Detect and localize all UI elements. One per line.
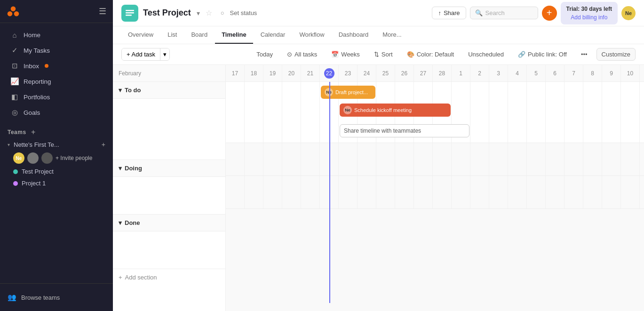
teams-label: Teams — [8, 129, 26, 136]
sort-button[interactable]: ⇅ Sort — [369, 48, 398, 61]
section-header-doing[interactable]: ▾ Doing — [113, 160, 225, 177]
date-row: 17181920212223242526272812345678910 — [226, 65, 644, 82]
project-status-icon[interactable]: ○ — [221, 9, 224, 16]
sidebar-item-inbox[interactable]: ⊡ Inbox — [3, 58, 110, 73]
team-item[interactable]: ▾ Nette's First Te... + — [0, 138, 113, 151]
sidebar-item-my-tasks[interactable]: ✓ My Tasks — [3, 43, 110, 58]
search-box[interactable]: 🔍 Search — [470, 7, 538, 19]
tab-calendar[interactable]: Calendar — [254, 26, 292, 44]
tab-more[interactable]: More... — [376, 26, 408, 44]
doing-collapse-icon: ▾ — [119, 165, 122, 172]
sidebar-bottom: 👥 Browse teams — [0, 283, 113, 311]
add-section-button[interactable]: + Add section — [113, 269, 225, 286]
svg-rect-4 — [126, 12, 134, 14]
team-chevron-icon: ▾ — [8, 142, 10, 147]
tab-workflow[interactable]: Workflow — [293, 26, 331, 44]
sidebar-item-inbox-label: Inbox — [24, 63, 39, 70]
tab-list[interactable]: List — [161, 26, 183, 44]
grid-cell-done-cells-23 — [339, 176, 358, 208]
grid-cell-todo-cells-6 — [546, 82, 564, 143]
grid-row-todo: NeDraft project...NeSchedule kickoff mee… — [226, 82, 644, 143]
grid-cell-todo-cells-20 — [282, 82, 301, 143]
hamburger-icon[interactable]: ☰ — [99, 6, 106, 16]
project-dropdown-icon[interactable]: ▾ — [197, 9, 200, 17]
grid-cell-todo-cells-8 — [583, 82, 602, 143]
grid-cell-done-cells-18 — [245, 176, 263, 208]
task-bar-draft-project[interactable]: NeDraft project... — [321, 86, 375, 99]
svg-point-0 — [11, 7, 16, 12]
date-cell-18: 18 — [245, 65, 263, 81]
sort-icon: ⇅ — [374, 51, 379, 58]
sidebar-item-project-1[interactable]: Project 1 — [0, 177, 113, 189]
date-cell-21: 21 — [301, 65, 320, 81]
sidebar-item-reporting[interactable]: 📈 Reporting — [3, 74, 110, 89]
section-header-todo[interactable]: ▾ To do — [113, 82, 225, 99]
user-avatar[interactable]: Ne — [621, 6, 636, 20]
share-button[interactable]: ↑ Share — [432, 7, 466, 19]
add-task-dropdown[interactable]: ▾ — [160, 48, 169, 60]
teams-section: Teams + — [0, 124, 113, 138]
sidebar-item-test-project[interactable]: Test Project — [0, 166, 113, 177]
trial-link[interactable]: Add billing info — [566, 13, 612, 22]
sidebar-item-home-label: Home — [24, 32, 40, 39]
all-tasks-button[interactable]: ⊙ All tasks — [282, 48, 322, 61]
date-cell-28: 28 — [433, 65, 452, 81]
add-team-project-icon[interactable]: + — [102, 141, 105, 148]
inbox-notification-dot — [45, 64, 48, 68]
grid-cell-doing-cells-20 — [282, 143, 301, 175]
sidebar-item-goals-label: Goals — [24, 109, 40, 116]
browse-teams-icon: 👥 — [8, 293, 16, 302]
svg-point-2 — [14, 11, 19, 16]
tab-board[interactable]: Board — [184, 26, 214, 44]
weeks-label: Weeks — [341, 51, 360, 58]
invite-people-button[interactable]: + Invite people — [56, 155, 92, 161]
grid-cell-done-cells-2 — [470, 176, 489, 208]
date-cell-20: 20 — [282, 65, 301, 81]
customize-button[interactable]: Customize — [596, 48, 636, 61]
section-header-done[interactable]: ▾ Done — [113, 215, 225, 231]
project-star-icon[interactable]: ☆ — [206, 8, 212, 17]
timeline-left-panel: February ▾ To do ▾ Doing ▾ Done + — [113, 65, 226, 311]
date-cell-19: 19 — [263, 65, 282, 81]
check-icon: ✓ — [10, 46, 19, 55]
grid-cell-todo-cells-7 — [564, 82, 583, 143]
project-title: Test Project — [143, 8, 191, 18]
grid-body: NeDraft project...NeSchedule kickoff mee… — [226, 82, 644, 303]
grid-cell-doing-cells-8 — [583, 143, 602, 175]
grid-cell-done-cells-9 — [602, 176, 621, 208]
color-icon: 🎨 — [407, 51, 414, 58]
asana-logo[interactable] — [7, 5, 20, 18]
asana-logo-icon — [7, 5, 20, 18]
tab-overview[interactable]: Overview — [121, 26, 160, 44]
grid-cell-doing-cells-10 — [621, 143, 640, 175]
sidebar-item-goals[interactable]: ◎ Goals — [3, 105, 110, 120]
add-button[interactable]: + — [542, 6, 557, 21]
grid-cell-doing-cells-9 — [602, 143, 621, 175]
tab-timeline[interactable]: Timeline — [215, 26, 253, 44]
svg-rect-3 — [126, 10, 134, 11]
weeks-button[interactable]: 📅 Weeks — [326, 48, 365, 61]
task-bar-schedule-kickoff[interactable]: NeSchedule kickoff meeting — [340, 104, 451, 117]
grid-cell-todo-cells-18 — [245, 82, 263, 143]
sidebar-item-portfolios[interactable]: ◧ Portfolios — [3, 89, 110, 104]
browse-teams-button[interactable]: 👥 Browse teams — [0, 289, 113, 305]
ellipsis-button[interactable]: ••• — [576, 48, 593, 61]
tab-dashboard[interactable]: Dashboard — [332, 26, 375, 44]
public-link-button[interactable]: 🔗 Public link: Off — [513, 48, 572, 61]
color-button[interactable]: 🎨 Color: Default — [402, 48, 459, 61]
add-team-button[interactable]: + — [29, 128, 38, 136]
grid-cell-doing-cells-18 — [245, 143, 263, 175]
today-button[interactable]: Today — [251, 48, 278, 61]
grid-cell-done-cells-4 — [508, 176, 527, 208]
today-label: Today — [256, 51, 273, 58]
add-task-button[interactable]: + Add task — [122, 48, 160, 60]
calendar-icon: 📅 — [331, 51, 339, 58]
public-link-label: Public link: Off — [528, 51, 567, 58]
grid-cell-doing-cells-25 — [376, 143, 395, 175]
unscheduled-button[interactable]: Unscheduled — [463, 48, 509, 61]
sidebar-item-home[interactable]: ⌂ Home — [3, 27, 110, 42]
tabs-bar: Overview List Board Timeline Calendar Wo… — [113, 26, 644, 44]
date-cell-9: 9 — [602, 65, 621, 81]
set-status-label[interactable]: Set status — [230, 9, 257, 16]
task-bar-share-timeline[interactable]: Share timeline with teammates — [340, 124, 469, 137]
